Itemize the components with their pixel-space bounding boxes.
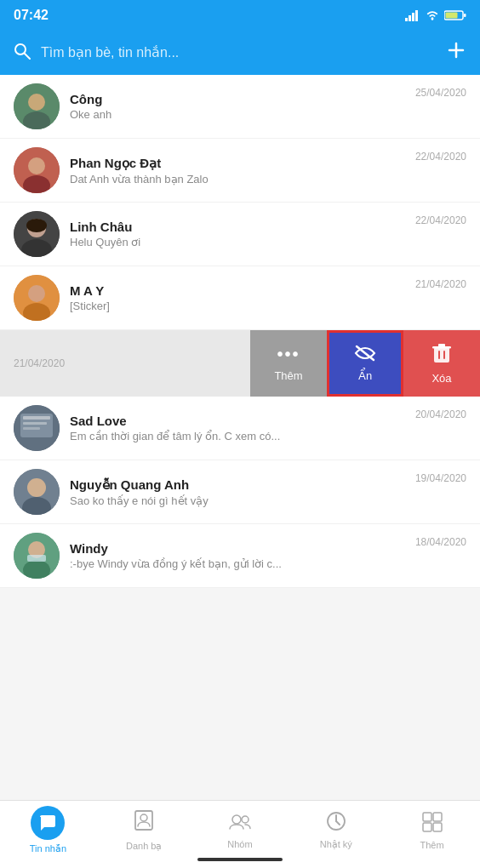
svg-rect-26 xyxy=(434,347,449,363)
chat-name-may: M A Y xyxy=(70,283,409,298)
svg-rect-30 xyxy=(443,351,445,359)
add-button[interactable] xyxy=(446,40,466,66)
svg-point-13 xyxy=(28,94,45,111)
battery-icon xyxy=(444,9,466,21)
chat-name-linh: Linh Châu xyxy=(70,220,409,234)
avatar-windy xyxy=(14,533,60,579)
status-time: 07:42 xyxy=(14,8,49,23)
svg-rect-52 xyxy=(423,823,431,831)
svg-rect-53 xyxy=(433,823,442,831)
chat-content-sadlove: Sad Love Em cần thời gian để tâm lý ổn. … xyxy=(70,414,409,443)
groups-icon xyxy=(228,812,252,836)
chat-preview-nguyen: Sao ko thấy e nói gì hết vậy xyxy=(70,494,409,507)
chat-name-nguyen: Nguyễn Quang Anh xyxy=(70,477,409,493)
chat-preview-may: [Sticker] xyxy=(70,300,409,312)
signal-icon xyxy=(405,9,420,21)
phone-container: 07:42 xyxy=(0,0,480,868)
chat-name-sadlove: Sad Love xyxy=(70,414,409,428)
svg-rect-34 xyxy=(23,422,47,425)
status-icons xyxy=(405,9,466,21)
svg-rect-0 xyxy=(405,18,408,21)
svg-rect-2 xyxy=(412,13,414,21)
chat-item-cong[interactable]: Công Oke anh 25/04/2020 xyxy=(0,75,480,139)
wifi-icon xyxy=(425,9,440,21)
svg-rect-33 xyxy=(23,416,50,420)
chat-content-nguyen: Nguyễn Quang Anh Sao ko thấy e nói gì hế… xyxy=(70,477,409,507)
avatar-nguyen xyxy=(14,469,60,515)
btn-xoa[interactable]: Xóa xyxy=(403,330,480,397)
svg-rect-50 xyxy=(423,813,431,821)
nav-item-diary[interactable]: Nhật ký xyxy=(288,810,384,850)
chat-list-top: Công Oke anh 25/04/2020 Phan Ngọc Đạt Da… xyxy=(0,75,480,330)
avatar-cong xyxy=(14,83,60,129)
svg-point-21 xyxy=(26,219,47,232)
chat-item-phan[interactable]: Phan Ngọc Đạt Dat Anh vừa thành bạn Zalo… xyxy=(0,139,480,203)
svg-point-8 xyxy=(15,44,26,54)
svg-point-37 xyxy=(27,478,46,497)
swipe-action-row: 21/04/2020 ••• Thêm Ẩn xyxy=(0,330,480,397)
chat-item-windy[interactable]: Windy :-bye Windy vừa đồng ý kết bạn, gử… xyxy=(0,524,480,588)
svg-rect-1 xyxy=(409,15,411,21)
nav-label-diary: Nhật ký xyxy=(320,839,352,850)
svg-rect-6 xyxy=(464,14,466,17)
search-icon xyxy=(14,43,31,64)
svg-point-46 xyxy=(242,816,249,823)
svg-rect-3 xyxy=(415,10,418,21)
btn-them-label: Thêm xyxy=(274,369,302,382)
contacts-icon xyxy=(133,809,155,837)
diary-icon xyxy=(325,810,347,836)
nav-label-contacts: Danh bạ xyxy=(126,841,162,852)
svg-rect-35 xyxy=(23,427,40,430)
svg-rect-42 xyxy=(27,555,46,562)
chat-preview-phan: Dat Anh vừa thành bạn Zalo xyxy=(70,173,409,186)
chat-item-may[interactable]: M A Y [Sticker] 21/04/2020 xyxy=(0,266,480,330)
avatar-linh xyxy=(14,211,60,257)
chat-preview-sadlove: Em cần thời gian để tâm lý ổn. C xem có.… xyxy=(70,430,409,443)
svg-rect-7 xyxy=(446,13,458,19)
chat-item-nguyen[interactable]: Nguyễn Quang Anh Sao ko thấy e nói gì hế… xyxy=(0,460,480,524)
chat-content-windy: Windy :-bye Windy vừa đồng ý kết bạn, gử… xyxy=(70,541,409,570)
nav-item-contacts[interactable]: Danh bạ xyxy=(96,809,192,852)
home-indicator xyxy=(197,858,283,861)
svg-line-49 xyxy=(336,821,340,825)
hide-icon xyxy=(353,345,377,364)
chat-content-linh: Linh Châu Helu Quyên ơi xyxy=(70,220,409,248)
nav-label-messages: Tin nhắn xyxy=(30,843,66,854)
nav-label-groups: Nhóm xyxy=(227,839,252,849)
svg-rect-29 xyxy=(438,351,440,359)
btn-an[interactable]: Ẩn xyxy=(327,330,403,397)
status-bar: 07:42 xyxy=(0,0,480,31)
nav-item-messages[interactable]: Tin nhắn xyxy=(0,806,96,854)
nav-item-groups[interactable]: Nhóm xyxy=(192,812,289,849)
chat-item-sadlove[interactable]: Sad Love Em cần thời gian để tâm lý ổn. … xyxy=(0,397,480,460)
chat-time-phan: 22/04/2020 xyxy=(415,151,466,163)
chat-time-cong: 25/04/2020 xyxy=(415,87,466,99)
chat-content-cong: Công Oke anh xyxy=(70,92,409,121)
chat-preview-cong: Oke anh xyxy=(70,108,409,121)
search-input[interactable] xyxy=(41,45,436,60)
chat-time-may: 21/04/2020 xyxy=(415,278,466,290)
btn-an-label: Ẩn xyxy=(358,369,372,382)
chat-time-sadlove: 20/04/2020 xyxy=(415,408,466,420)
chat-content-phan: Phan Ngọc Đạt Dat Anh vừa thành bạn Zalo xyxy=(70,156,409,186)
svg-point-44 xyxy=(140,814,147,821)
nav-item-more[interactable]: Thêm xyxy=(384,811,480,850)
svg-rect-51 xyxy=(433,813,442,821)
dots-icon: ••• xyxy=(277,345,300,364)
svg-point-4 xyxy=(431,18,434,20)
swipe-date: 21/04/2020 xyxy=(0,357,250,369)
trash-icon xyxy=(431,342,452,367)
svg-point-45 xyxy=(232,815,241,824)
chat-item-linh[interactable]: Linh Châu Helu Quyên ơi 22/04/2020 xyxy=(0,203,480,266)
chat-name-windy: Windy xyxy=(70,541,409,556)
chat-time-windy: 18/04/2020 xyxy=(415,536,466,548)
chat-time-linh: 22/04/2020 xyxy=(415,214,466,226)
chat-name-phan: Phan Ngọc Đạt xyxy=(70,156,409,171)
btn-them[interactable]: ••• Thêm xyxy=(250,330,327,397)
chat-preview-linh: Helu Quyên ơi xyxy=(70,236,409,248)
avatar-phan xyxy=(14,147,60,193)
svg-rect-28 xyxy=(432,346,451,349)
chat-name-cong: Công xyxy=(70,92,409,106)
svg-line-9 xyxy=(25,54,30,59)
svg-point-23 xyxy=(28,285,45,302)
